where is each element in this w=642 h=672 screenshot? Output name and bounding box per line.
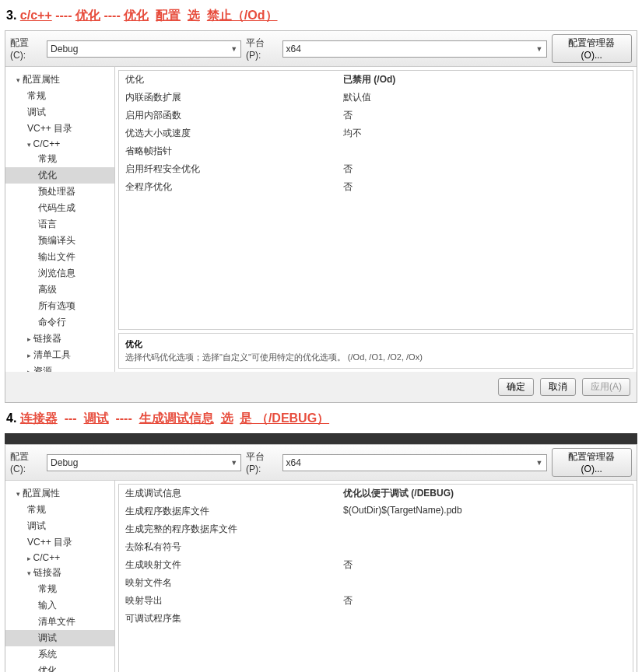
tree-item[interactable]: C/C++ (5, 137, 114, 151)
tree-item[interactable]: 链接器 (5, 331, 114, 347)
property-row[interactable]: 生成映射文件否 (119, 556, 633, 574)
config-combo[interactable]: Debug▼ (47, 40, 241, 58)
ok-button[interactable]: 确定 (498, 378, 534, 396)
tree-item[interactable]: 预处理器 (5, 184, 114, 200)
property-row[interactable]: 启用纤程安全优化否 (119, 160, 633, 178)
tree-item[interactable]: 代码生成 (5, 200, 114, 216)
tree-panel: 配置属性常规调试VC++ 目录C/C++常规优化预处理器代码生成语言预编译头输出… (5, 67, 115, 372)
config-combo[interactable]: Debug▼ (47, 454, 241, 471)
tree-item[interactable]: 高级 (5, 282, 114, 298)
tree-item[interactable]: VC++ 目录 (5, 121, 114, 137)
chevron-down-icon: ▼ (536, 45, 543, 53)
tree-item[interactable]: 调试 (5, 518, 114, 534)
tree-item[interactable]: 预编译头 (5, 233, 114, 249)
property-row[interactable]: 可调试程序集 (119, 610, 633, 628)
toolbar: 配置(C): Debug▼ 平台(P): x64▼ 配置管理器(O)... (5, 31, 637, 67)
dialog-linker-debug: 配置(C): Debug▼ 平台(P): x64▼ 配置管理器(O)... 配置… (5, 444, 637, 672)
tree-item[interactable]: 常规 (5, 88, 114, 104)
property-row[interactable]: 映射文件名 (119, 574, 633, 592)
titlebar-fragment (5, 433, 637, 444)
tree-item[interactable]: 调试 (5, 104, 114, 121)
property-row[interactable]: 优选大小或速度均不 (119, 124, 633, 142)
tree-item[interactable]: 清单工具 (5, 347, 114, 363)
tree-item[interactable]: C/C++ (5, 551, 114, 565)
property-row[interactable]: 内联函数扩展默认值 (119, 89, 633, 107)
tree-item[interactable]: VC++ 目录 (5, 534, 114, 551)
property-row[interactable]: 去除私有符号 (119, 538, 633, 556)
platform-combo[interactable]: x64▼ (282, 40, 547, 58)
property-row[interactable]: 优化已禁用 (/Od) (119, 71, 633, 89)
tree-item[interactable]: 所有选项 (5, 298, 114, 314)
tree-item[interactable]: 常规 (5, 581, 114, 597)
tree-panel: 配置属性常规调试VC++ 目录C/C++链接器常规输入清单文件调试系统优化嵌入的… (5, 481, 115, 672)
property-row[interactable]: 启用内部函数否 (119, 107, 633, 124)
section-3-heading: 3. c/c++ ---- 优化 ---- 优化 配置 选 禁止（/Od） (0, 0, 642, 30)
chevron-down-icon: ▼ (536, 459, 543, 467)
tree-item[interactable]: 命令行 (5, 314, 114, 331)
tree-item[interactable]: 输入 (5, 597, 114, 614)
tree-item[interactable]: 链接器 (5, 565, 114, 581)
tree-item[interactable]: 浏览信息 (5, 265, 114, 282)
config-label: 配置(C): (10, 450, 42, 474)
tree-item[interactable]: 语言 (5, 216, 114, 233)
tree-item[interactable]: 优化 (5, 663, 114, 672)
chevron-down-icon: ▼ (230, 459, 237, 467)
tree-item[interactable]: 常规 (5, 502, 114, 518)
tree-item[interactable]: 输出文件 (5, 249, 114, 265)
property-row[interactable]: 生成完整的程序数据库文件 (119, 520, 633, 538)
apply-button[interactable]: 应用(A) (582, 378, 630, 396)
property-row[interactable]: 全程序优化否 (119, 178, 633, 196)
section-4-heading: 4. 连接器 --- 调试 ---- 生成调试信息 选 是 （/DEBUG） (0, 403, 642, 433)
tree-item[interactable]: 优化 (5, 167, 114, 184)
chevron-down-icon: ▼ (230, 45, 237, 53)
description-panel: 优化 选择代码优化选项；选择"自定义"可使用特定的优化选项。 (/Od, /O1… (118, 333, 633, 369)
tree-item[interactable]: 常规 (5, 151, 114, 167)
tree-item[interactable]: 清单文件 (5, 614, 114, 630)
property-row[interactable]: 生成程序数据库文件$(OutDir)$(TargetName).pdb (119, 502, 633, 520)
property-row[interactable]: 生成调试信息优化以便于调试 (/DEBUG) (119, 485, 633, 502)
platform-label: 平台(P): (246, 37, 277, 61)
tree-item[interactable]: 配置属性 (5, 485, 114, 502)
tree-item[interactable]: 系统 (5, 646, 114, 663)
dialog-optimization: 配置(C): Debug▼ 平台(P): x64▼ 配置管理器(O)... 配置… (5, 30, 637, 403)
config-manager-button[interactable]: 配置管理器(O)... (552, 448, 633, 477)
cancel-button[interactable]: 取消 (540, 378, 576, 396)
platform-combo[interactable]: x64▼ (282, 454, 547, 471)
tree-item[interactable]: 调试 (5, 630, 114, 646)
tree-item[interactable]: 资源 (5, 363, 114, 372)
dialog-footer: 确定 取消 应用(A) (5, 372, 637, 402)
toolbar: 配置(C): Debug▼ 平台(P): x64▼ 配置管理器(O)... (5, 445, 637, 481)
property-grid: 生成调试信息优化以便于调试 (/DEBUG)生成程序数据库文件$(OutDir)… (118, 484, 633, 672)
config-label: 配置(C): (10, 37, 42, 61)
platform-label: 平台(P): (246, 450, 277, 474)
property-grid: 优化已禁用 (/Od)内联函数扩展默认值启用内部函数否优选大小或速度均不省略帧指… (118, 70, 633, 330)
tree-item[interactable]: 配置属性 (5, 72, 114, 88)
property-row[interactable]: 映射导出否 (119, 592, 633, 610)
property-row[interactable]: 省略帧指针 (119, 142, 633, 160)
config-manager-button[interactable]: 配置管理器(O)... (552, 34, 633, 63)
